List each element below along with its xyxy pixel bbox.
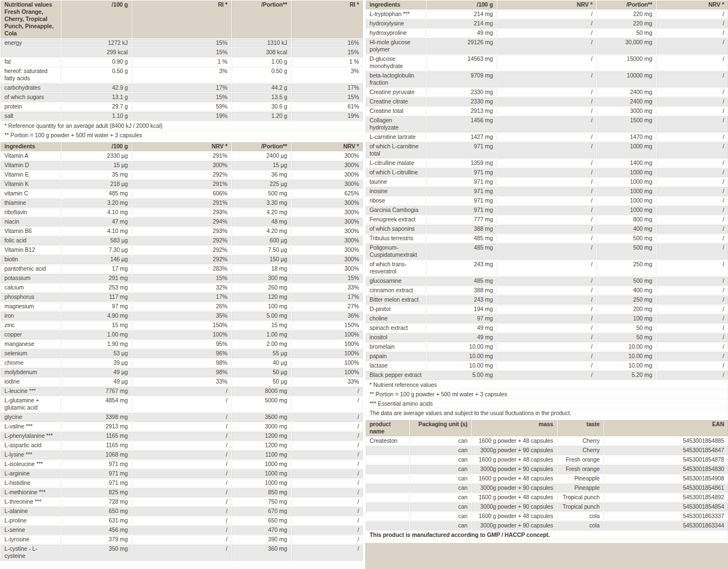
row-label: copper: [1, 330, 61, 340]
value-nrv: 300%: [132, 161, 232, 170]
value-nrv: /: [497, 225, 597, 234]
value-nrv-portion: /: [657, 55, 728, 71]
value-portion: 1000 mg: [597, 206, 657, 215]
value-nrv: 100%: [132, 330, 232, 340]
table-row: thiamine3.20 mg291%3.30 mg300%: [1, 199, 363, 208]
product-name: [366, 465, 410, 474]
table-row: D-pinitol194 mg/200 mg/: [366, 305, 728, 314]
row-label: energy: [1, 39, 61, 48]
value-portion: 4.20 mg: [232, 208, 292, 218]
note-row: This product is manufactured according t…: [366, 531, 728, 540]
table-row: potassium291 mg15%300 mg15%: [1, 274, 363, 283]
value-portion: 40 µg: [232, 359, 292, 368]
column-header-row-label: Nutritional values Fresh Orange, Cherry,…: [1, 1, 61, 39]
value-portion: 8000 mg: [232, 387, 292, 396]
value-per-100g: 971 mg: [427, 142, 497, 159]
value-per-100g: 15 µg: [61, 161, 132, 170]
value-nrv: 292%: [132, 236, 232, 246]
table-row: carbohydrates42.9 g17%44.2 g17%: [1, 84, 363, 93]
value-per-100g: 2330 µg: [61, 152, 132, 161]
value-portion: 50 µg: [232, 368, 292, 377]
value-nrv-portion: /: [657, 168, 728, 178]
column-header-packaging-unit: Packaging unit (s): [410, 420, 472, 437]
table-row: fat0.90 g1 %1.00 g1 %: [1, 58, 363, 67]
value-nrv: 291%: [132, 152, 232, 161]
value-portion: 1200 mg: [232, 432, 292, 441]
row-label: Poligonum-Cuspidatumextrakt: [366, 244, 427, 260]
table-row: riboflavin4.10 mg293%4.20 mg300%: [1, 208, 363, 218]
value-per-100g: 4.90 mg: [61, 312, 132, 321]
table-row: of which sugars13.1 g15%13.5 g15%: [1, 93, 363, 102]
value-nrv: /: [497, 88, 597, 97]
packaging-unit: can: [410, 521, 472, 531]
table-row: phosphorus117 mg17%120 mg17%: [1, 293, 363, 302]
packaging-unit: can: [410, 484, 472, 493]
row-label: Tribulus terrestris: [366, 234, 427, 244]
value-nrv-portion: /: [657, 305, 728, 314]
left-column: Nutritional values Fresh Orange, Cherry,…: [0, 0, 363, 569]
row-label: L-glutamine + glutamic acid: [1, 396, 61, 413]
value-portion: 225 µg: [232, 180, 292, 189]
value-per-100g: 388 mg: [427, 225, 497, 234]
value-nrv: /: [497, 215, 597, 225]
value-per-100g: 971 mg: [61, 479, 132, 488]
mass: 3000g powder + 90 capsules: [472, 446, 558, 456]
value-portion: 1310 kJ: [232, 39, 292, 48]
value-per-100g: 39 µg: [61, 359, 132, 368]
row-label: L-valine ***: [1, 422, 61, 432]
row-label: hydroxylysine: [366, 19, 427, 29]
footnote-row: The data are average values and subject …: [366, 408, 728, 418]
row-label: L-tyrosine: [1, 535, 61, 545]
value-per-100g: 10.00 mg: [427, 352, 497, 361]
table-row: can3000g powder + 90 capsulescola5453001…: [366, 521, 728, 531]
value-portion: 44.2 g: [232, 84, 292, 93]
footnote: *** Essential amino acids: [366, 399, 728, 408]
value-nrv: /: [132, 451, 232, 460]
value-per-100g: 4.10 mg: [61, 227, 132, 236]
row-label: L-cystine - L-cysteine: [1, 545, 61, 561]
product-name: [366, 456, 410, 465]
table-row: selenium53 µg96%55 µg100%: [1, 349, 363, 359]
column-header-value-per-100g: /100 g: [61, 1, 132, 39]
value-per-100g: 485 mg: [427, 234, 497, 244]
value-nrv-portion: /: [657, 361, 728, 371]
value-nrv-portion: /: [657, 159, 728, 168]
value-nrv-portion: /: [657, 352, 728, 361]
value-portion: 670 mg: [232, 507, 292, 516]
table-row: 299 kcal15%308 kcal15%: [1, 48, 363, 58]
row-label: molybdenum: [1, 368, 61, 377]
value-per-100g: 49 µg: [61, 368, 132, 377]
value-per-100g: 350 mg: [61, 545, 132, 561]
ean: 5453001854885: [604, 437, 728, 446]
table-row: Creatine pyruvate2330 mg/2400 mg/: [366, 88, 728, 97]
row-label: taurine: [366, 178, 427, 187]
value-nrv: /: [497, 107, 597, 116]
row-label: L-threonine ***: [1, 498, 61, 507]
row-label: protein: [1, 102, 61, 112]
value-portion: 1000 mg: [597, 196, 657, 206]
value-nrv: /: [132, 422, 232, 432]
row-label: L-carnitine tartrate: [366, 133, 427, 142]
value-nrv: /: [497, 159, 597, 168]
right-column: ingredients/100 gNRV */Portion**NRV *L-t…: [365, 0, 728, 569]
value-portion: 800 mg: [597, 215, 657, 225]
table-row: L-valine ***2913 mg/3000 mg/: [1, 422, 363, 432]
table-row: Garcinia Cambogia971 mg/1000 mg/: [366, 206, 728, 215]
row-label: choline: [366, 314, 427, 324]
value-nrv-portion: 61%: [292, 102, 363, 112]
value-nrv: /: [132, 526, 232, 535]
table-row: bromelain10.00 mg/10.00 mg/: [366, 343, 728, 352]
value-per-100g: 214 mg: [427, 19, 497, 29]
value-nrv-portion: 300%: [292, 255, 363, 265]
value-portion: 1200 mg: [232, 441, 292, 451]
value-nrv: 96%: [132, 349, 232, 359]
value-nrv: /: [497, 55, 597, 71]
value-nrv-portion: /: [657, 277, 728, 286]
row-label: [1, 48, 61, 58]
value-portion: 600 µg: [232, 236, 292, 246]
value-portion: 55 µg: [232, 349, 292, 359]
value-nrv: 26%: [132, 302, 232, 312]
value-nrv: /: [497, 142, 597, 159]
bottom-filler: [365, 543, 728, 569]
value-nrv: /: [497, 361, 597, 371]
